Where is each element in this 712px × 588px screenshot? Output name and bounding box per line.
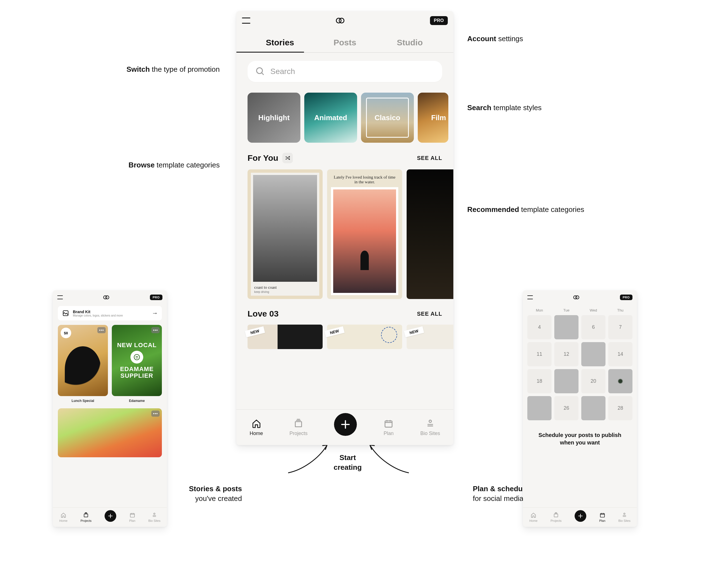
calendar-day[interactable]: 28: [608, 396, 632, 420]
calendar-day[interactable]: 20: [581, 369, 606, 393]
template-card[interactable]: NEW: [248, 324, 322, 349]
category-animated[interactable]: Animated: [304, 92, 357, 143]
template-card[interactable]: NEW: [327, 324, 402, 349]
new-ribbon: NEW: [245, 326, 265, 337]
create-button[interactable]: [334, 413, 357, 436]
menu-button[interactable]: [242, 18, 250, 24]
biosites-icon: [621, 512, 627, 518]
arrow-left: [285, 442, 330, 476]
annotation-switch: Switch the type of promotion: [117, 65, 220, 74]
projects-icon: [83, 512, 89, 518]
calendar-day[interactable]: 18: [527, 369, 551, 393]
annotation-account: Account settings: [467, 34, 523, 44]
annotation-recommended: Recommended template categories: [467, 205, 584, 214]
category-row: Highlight Animated Clasico Film: [236, 82, 453, 143]
nav-projects[interactable]: Projects: [550, 512, 562, 522]
calendar-post-thumb[interactable]: [554, 315, 579, 339]
calendar-post-thumb[interactable]: [527, 396, 551, 420]
brand-kit-title: Brand Kit: [73, 310, 148, 314]
calendar-post-thumb[interactable]: [581, 342, 606, 366]
plus-icon: [578, 513, 583, 519]
nav-plan[interactable]: Plan: [383, 418, 394, 436]
svg-rect-10: [554, 514, 558, 517]
see-all-love[interactable]: SEE ALL: [417, 311, 442, 317]
category-film[interactable]: Film: [418, 92, 448, 143]
love-row: NEW NEW NEW: [236, 318, 453, 349]
content-type-tabs: Stories Posts Studio: [236, 30, 453, 52]
top-bar: PRO: [523, 290, 637, 304]
nav-biosites[interactable]: Bio Sites: [618, 512, 630, 522]
calendar-day[interactable]: 12: [554, 342, 579, 366]
tab-studio[interactable]: Studio: [377, 33, 442, 52]
pro-badge[interactable]: PRO: [430, 16, 448, 25]
home-icon: [251, 418, 262, 429]
template-card[interactable]: NEW: [406, 324, 453, 349]
template-caption: coast to coast: [253, 282, 317, 290]
calendar-post-thumb[interactable]: [581, 396, 606, 420]
phone-plan: PRO MonTueWedThu 46711121418202628 Sched…: [523, 290, 637, 527]
template-card[interactable]: Lately I've loved losing track of time i…: [327, 169, 402, 299]
calendar-day[interactable]: 6: [581, 315, 606, 339]
tab-posts[interactable]: Posts: [312, 33, 377, 52]
nav-plan[interactable]: Plan: [129, 512, 135, 522]
nav-home[interactable]: Home: [250, 418, 263, 436]
svg-point-9: [153, 513, 155, 514]
pro-badge[interactable]: PRO: [150, 295, 163, 300]
project-card[interactable]: $8 ••• Lunch Special: [58, 325, 108, 405]
template-card[interactable]: coast to coast keep driving: [248, 169, 322, 299]
search-input[interactable]: [270, 67, 435, 76]
menu-button[interactable]: [57, 295, 63, 299]
bottom-nav: Home Projects Plan Bio Sites: [236, 410, 453, 445]
plan-icon: [129, 512, 135, 518]
pro-badge[interactable]: PRO: [620, 295, 632, 300]
see-all-for-you[interactable]: SEE ALL: [417, 155, 442, 161]
more-button[interactable]: •••: [151, 411, 160, 417]
nav-projects[interactable]: Projects: [80, 512, 91, 522]
svg-line-1: [262, 73, 264, 75]
calendar-day[interactable]: 7: [608, 315, 632, 339]
plus-icon: [340, 419, 351, 430]
nav-home[interactable]: Home: [529, 512, 537, 522]
brand-kit-subtitle: Manage colors, logos, stickers and more: [73, 314, 148, 317]
search-icon: [255, 66, 265, 77]
section-love-header: Love 03 SEE ALL: [236, 299, 453, 318]
annotation-plan-schedule: Plan & schedulefor social media: [473, 484, 529, 503]
nav-biosites[interactable]: Bio Sites: [420, 418, 440, 436]
template-card[interactable]: [406, 169, 453, 299]
annotation-start-creating: Startcreating: [326, 453, 370, 472]
category-highlight[interactable]: Highlight: [248, 92, 300, 143]
new-ribbon: NEW: [324, 326, 344, 337]
svg-rect-7: [84, 514, 88, 517]
nav-home[interactable]: Home: [59, 512, 67, 522]
search-bar[interactable]: [248, 61, 442, 82]
overlay-text: NEW LOCAL: [117, 342, 156, 349]
annotation-stories-posts: Stories & postsyou've created: [181, 484, 242, 503]
tab-stories[interactable]: Stories: [248, 33, 312, 52]
calendar-day[interactable]: 4: [527, 315, 551, 339]
brand-kit-card[interactable]: Brand Kit Manage colors, logos, stickers…: [58, 306, 162, 320]
svg-rect-3: [385, 421, 392, 427]
home-icon: [530, 512, 537, 518]
project-card[interactable]: ••• NEW LOCAL EDAMAME SUPPLIER Edamame: [112, 325, 162, 405]
create-button[interactable]: [574, 510, 586, 522]
top-bar: PRO: [53, 290, 167, 304]
projects-icon: [553, 512, 559, 518]
calendar-day[interactable]: 11: [527, 342, 551, 366]
nav-plan[interactable]: Plan: [599, 512, 606, 522]
project-card-wide[interactable]: •••: [58, 408, 162, 457]
plan-icon: [383, 418, 394, 429]
more-button[interactable]: •••: [97, 327, 106, 333]
menu-button[interactable]: [527, 295, 533, 299]
shuffle-button[interactable]: [282, 153, 293, 163]
category-clasico[interactable]: Clasico: [361, 92, 414, 143]
nav-biosites[interactable]: Bio Sites: [148, 512, 160, 522]
calendar-day[interactable]: 26: [554, 396, 579, 420]
create-button[interactable]: [105, 510, 116, 522]
for-you-title: For You: [248, 153, 278, 163]
calendar-post-thumb[interactable]: [554, 369, 579, 393]
svg-point-12: [624, 513, 625, 514]
nav-projects[interactable]: Projects: [290, 418, 308, 436]
calendar-day[interactable]: 14: [608, 342, 632, 366]
projects-grid: $8 ••• Lunch Special ••• NEW LOCAL EDAMA…: [53, 320, 167, 405]
calendar-post-thumb[interactable]: [608, 369, 632, 393]
